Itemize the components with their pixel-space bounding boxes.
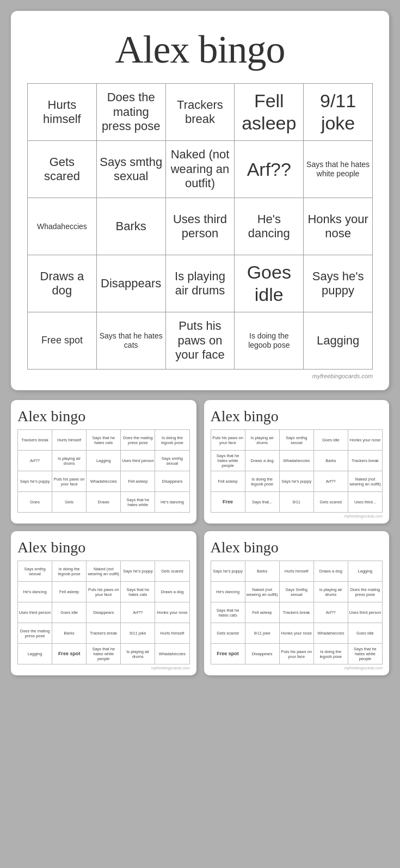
mini-table-1: Trackers breakHurts himselfSays that he … (17, 429, 190, 513)
mini-3-cell-3-4: Hurts himself (155, 623, 189, 644)
main-cell-0-4: 9/11 joke (304, 84, 373, 141)
main-cell-2-0: Whadaheccies (28, 198, 97, 255)
mini-4-cell-3-2: Honks your nose (279, 623, 313, 644)
mini-4-cell-1-4: Does the mating press pose (348, 582, 382, 602)
mini-table-3: Says smthg sexualIs doing the legoob pos… (17, 561, 190, 664)
mini-2-cell-1-2: Whadaheccies (279, 451, 313, 471)
main-watermark: myfreebingocards.com (27, 373, 373, 379)
mini-2-cell-0-0: Puts his paws on your face (211, 430, 245, 451)
mini-3-cell-1-4: Draws a dog (155, 582, 189, 602)
mini-3-cell-4-4: Whadaheccies (155, 644, 189, 664)
mini-1-cell-2-2: Whadaheccies (87, 471, 121, 492)
mini-2-cell-2-0: Fell asleep (211, 471, 245, 492)
main-cell-4-0: Free spot (28, 312, 97, 370)
mini-3-cell-3-0: Does the mating press pose (18, 623, 52, 644)
mini-4-cell-4-1: Disappears (245, 644, 279, 664)
mini-2-cell-1-1: Draws a dog (245, 451, 279, 471)
mini-3-cell-3-2: Trackers break (87, 623, 121, 644)
mini-1-cell-0-1: Hurts himself (52, 430, 87, 451)
mini-card-2: Alex bingo Puts his paws on your faceIs … (204, 400, 390, 524)
mini-card-1: Alex bingo Trackers breakHurts himselfSa… (11, 400, 196, 524)
main-cell-4-2: Puts his paws on your face (165, 312, 235, 370)
mini-2-cell-2-4: Naked (not wearing an outfit) (348, 471, 382, 492)
main-cell-1-1: Says smthg sexual (96, 141, 165, 198)
mini-2-cell-2-3: Arf?? (313, 471, 348, 492)
main-cell-1-0: Gets scared (28, 141, 97, 198)
mini-table-4: Says he's puppyBarksHurts himselfDraws a… (211, 561, 383, 664)
mini-3-cell-4-0: Lagging (18, 644, 52, 664)
mini-4-cell-1-3: Is playing air drums (313, 582, 348, 602)
main-cell-1-2: Naked (not wearing an outfit) (165, 141, 235, 198)
main-cell-4-3: Is doing the legoob pose (235, 312, 304, 370)
main-cell-2-2: Uses third person (165, 198, 235, 255)
mini-4-cell-2-1: Fell asleep (245, 602, 279, 623)
mini-2-cell-3-4: Uses third... (348, 492, 382, 513)
mini-2-cell-3-1: Says that... (245, 492, 279, 513)
mini-4-cell-0-1: Barks (245, 561, 279, 582)
mini-4-cell-3-0: Gets scared (211, 623, 245, 644)
main-title: Alex bingo (27, 27, 373, 72)
mini-1-cell-2-3: Fell asleep (121, 471, 155, 492)
main-cell-3-2: Is playing air drums (165, 255, 235, 312)
mini-cards-top-row: Alex bingo Trackers breakHurts himselfSa… (11, 400, 389, 524)
mini-2-cell-0-3: Goes idle (313, 430, 348, 451)
mini-1-cell-0-0: Trackers break (18, 430, 52, 451)
mini-1-cell-1-4: Says smthg sexual (155, 451, 189, 471)
mini-title-1: Alex bingo (17, 408, 190, 425)
main-cell-2-4: Honks your nose (304, 198, 373, 255)
mini-cards-bottom-row: Alex bingo Says smthg sexualIs doing the… (11, 531, 389, 675)
main-cell-0-3: Fell asleep (235, 84, 304, 141)
mini-1-cell-3-4: He's dancing (155, 492, 189, 513)
mini-2-cell-3-0: Free (211, 492, 245, 513)
mini-3-cell-2-3: Arf?? (121, 602, 155, 623)
main-cell-2-3: He's dancing (235, 198, 304, 255)
mini-3-cell-1-2: Puts his paws on your face (87, 582, 121, 602)
mini-3-cell-0-4: Gets scared (155, 561, 189, 582)
main-bingo-table: Hurts himselfDoes the mating press poseT… (27, 83, 373, 370)
mini-1-cell-0-4: Is doing the legoob pose (155, 430, 189, 451)
mini-watermark-4: myfreebingocards.com (211, 666, 383, 670)
mini-4-cell-1-0: He's dancing (211, 582, 245, 602)
main-cell-3-4: Says he's puppy (304, 255, 373, 312)
main-cell-4-1: Says that he hates cats (96, 312, 165, 370)
mini-3-cell-3-1: Barks (52, 623, 87, 644)
mini-4-cell-4-3: Is doing the legoob pose (313, 644, 348, 664)
mini-4-cell-0-2: Hurts himself (279, 561, 313, 582)
mini-1-cell-0-2: Says that he hates cats (87, 430, 121, 451)
mini-4-cell-3-1: 9/11 joke (245, 623, 279, 644)
mini-2-cell-1-0: Says that he hates white people (211, 451, 245, 471)
mini-3-cell-2-0: Uses third person (18, 602, 52, 623)
mini-2-cell-1-3: Barks (313, 451, 348, 471)
mini-card-3: Alex bingo Says smthg sexualIs doing the… (11, 531, 196, 675)
mini-3-cell-0-2: Naked (not wearing an outfit) (87, 561, 121, 582)
mini-1-cell-1-2: Lagging (87, 451, 121, 471)
main-cell-1-4: Says that he hates white people (304, 141, 373, 198)
mini-3-cell-1-1: Fell asleep (52, 582, 87, 602)
mini-4-cell-4-0: Free spot (211, 644, 245, 664)
mini-4-cell-3-4: Goes idle (348, 623, 382, 644)
mini-title-3: Alex bingo (17, 539, 190, 556)
mini-3-cell-2-1: Goes idle (52, 602, 87, 623)
mini-4-cell-4-2: Puts his paws on your face (279, 644, 313, 664)
mini-1-cell-3-3: Says that he hates white (121, 492, 155, 513)
mini-1-cell-1-0: Arf?? (18, 451, 52, 471)
mini-1-cell-1-3: Uses third person (121, 451, 155, 471)
main-cell-4-4: Lagging (304, 312, 373, 370)
mini-2-cell-2-2: Says he's puppy (279, 471, 313, 492)
mini-4-cell-3-3: Whadaheccies (313, 623, 348, 644)
mini-1-cell-2-0: Says he's puppy (18, 471, 52, 492)
mini-3-cell-1-3: Says that he hates cats (121, 582, 155, 602)
main-cell-0-2: Trackers break (165, 84, 235, 141)
mini-4-cell-2-4: Uses third person (348, 602, 382, 623)
mini-watermark-2: myfreebingocards.com (211, 514, 383, 518)
mini-3-cell-2-2: Disappears (87, 602, 121, 623)
mini-1-cell-3-1: Gets (52, 492, 87, 513)
mini-2-cell-0-2: Says smthg sexual (279, 430, 313, 451)
mini-3-cell-4-2: Says that he hates white people (87, 644, 121, 664)
mini-card-4: Alex bingo Says he's puppyBarksHurts him… (204, 531, 390, 675)
mini-2-cell-0-4: Honks your nose (348, 430, 382, 451)
main-bingo-card: Alex bingo Hurts himselfDoes the mating … (11, 11, 389, 390)
mini-2-cell-0-1: Is playing air drums (245, 430, 279, 451)
main-cell-3-3: Goes idle (235, 255, 304, 312)
main-cell-2-1: Barks (96, 198, 165, 255)
